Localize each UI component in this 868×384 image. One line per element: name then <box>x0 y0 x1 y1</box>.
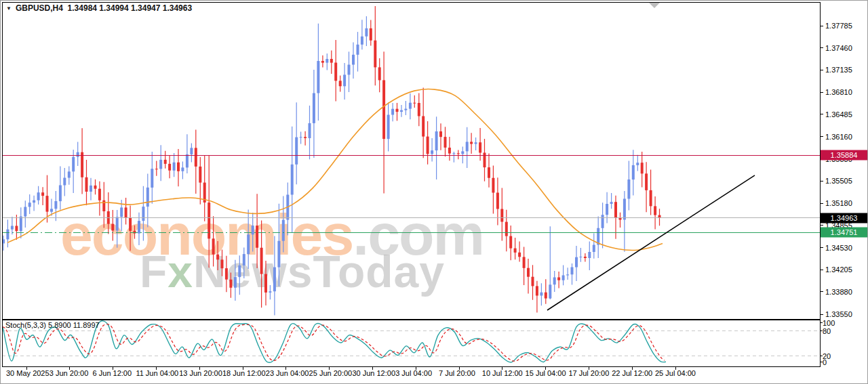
chart-shift-marker-icon[interactable] <box>649 3 660 8</box>
chart-window: economies.com FxNewsToday ▼GBPUSD,H4 1.3… <box>0 0 868 384</box>
chart-title: ▼GBPUSD,H4 1.34984 1.34994 1.34947 1.349… <box>6 3 192 13</box>
symbol-dropdown-icon[interactable]: ▼ <box>6 5 12 12</box>
candles <box>2 6 661 316</box>
moving-average-line <box>7 89 663 251</box>
stoch-pane-border <box>2 320 820 366</box>
price-chart-canvas[interactable] <box>1 1 867 383</box>
stoch-d-line <box>3 324 665 362</box>
stochastic-indicator-label: Stoch(5,3,3) 5.8900 11.8997 <box>5 321 100 329</box>
symbol-label: GBPUSD,H4 <box>16 3 63 13</box>
main-pane-border <box>2 2 820 319</box>
ohlc-quotes: 1.34984 1.34994 1.34947 1.34963 <box>68 3 193 13</box>
